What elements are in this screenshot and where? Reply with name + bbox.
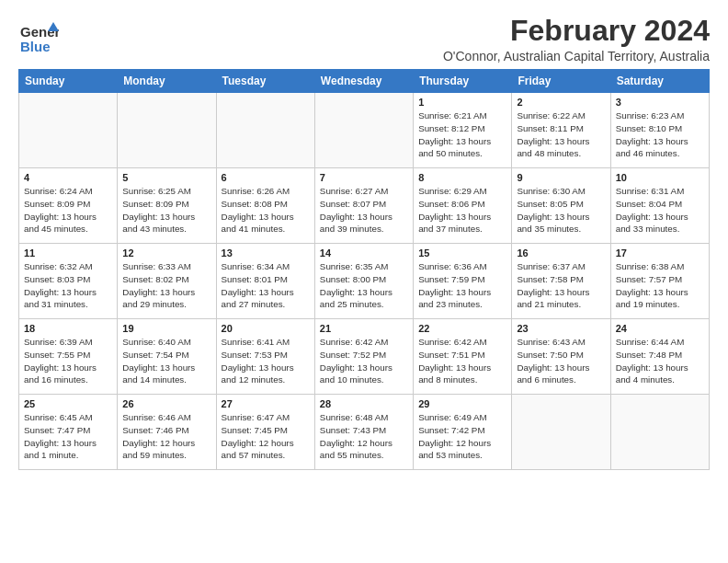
day-info: Sunrise: 6:46 AM Sunset: 7:46 PM Dayligh… (122, 411, 210, 462)
day-cell: 12Sunrise: 6:33 AM Sunset: 8:02 PM Dayli… (118, 244, 216, 319)
day-cell: 21Sunrise: 6:42 AM Sunset: 7:52 PM Dayli… (314, 319, 413, 395)
day-info: Sunrise: 6:27 AM Sunset: 8:07 PM Dayligh… (320, 185, 408, 236)
day-number: 5 (122, 172, 210, 183)
header: General Blue February 2024 O'Connor, Aus… (18, 15, 710, 63)
day-number: 1 (418, 97, 506, 108)
svg-text:Blue: Blue (20, 39, 51, 54)
day-info: Sunrise: 6:44 AM Sunset: 7:48 PM Dayligh… (616, 336, 704, 386)
col-header-thursday: Thursday (414, 70, 512, 93)
day-info: Sunrise: 6:48 AM Sunset: 7:43 PM Dayligh… (320, 411, 408, 462)
day-number: 3 (616, 97, 704, 108)
day-cell: 9Sunrise: 6:30 AM Sunset: 8:05 PM Daylig… (512, 168, 610, 244)
day-info: Sunrise: 6:23 AM Sunset: 8:10 PM Dayligh… (616, 109, 704, 160)
day-cell (19, 93, 118, 168)
day-cell: 26Sunrise: 6:46 AM Sunset: 7:46 PM Dayli… (118, 395, 216, 470)
day-cell: 17Sunrise: 6:38 AM Sunset: 7:57 PM Dayli… (610, 244, 709, 319)
day-info: Sunrise: 6:24 AM Sunset: 8:09 PM Dayligh… (24, 185, 112, 236)
day-cell: 15Sunrise: 6:36 AM Sunset: 7:59 PM Dayli… (414, 244, 512, 319)
day-number: 4 (24, 172, 112, 183)
day-info: Sunrise: 6:42 AM Sunset: 7:52 PM Dayligh… (320, 336, 408, 386)
day-info: Sunrise: 6:45 AM Sunset: 7:47 PM Dayligh… (24, 411, 112, 462)
week-row-2: 4Sunrise: 6:24 AM Sunset: 8:09 PM Daylig… (19, 168, 710, 244)
day-cell: 18Sunrise: 6:39 AM Sunset: 7:55 PM Dayli… (19, 319, 118, 395)
day-info: Sunrise: 6:22 AM Sunset: 8:11 PM Dayligh… (517, 109, 605, 160)
day-number: 29 (418, 398, 506, 409)
day-cell: 16Sunrise: 6:37 AM Sunset: 7:58 PM Dayli… (512, 244, 610, 319)
day-number: 26 (122, 398, 210, 409)
day-info: Sunrise: 6:40 AM Sunset: 7:54 PM Dayligh… (122, 336, 210, 386)
col-header-friday: Friday (512, 70, 610, 93)
day-number: 15 (418, 247, 506, 259)
day-number: 9 (517, 172, 605, 183)
col-header-wednesday: Wednesday (314, 70, 413, 93)
day-cell (216, 93, 314, 168)
logo: General Blue (18, 18, 59, 63)
day-number: 16 (517, 247, 605, 259)
day-number: 22 (418, 323, 506, 334)
day-number: 10 (616, 172, 704, 183)
subtitle: O'Connor, Australian Capital Territory, … (443, 49, 710, 63)
day-info: Sunrise: 6:34 AM Sunset: 8:01 PM Dayligh… (222, 260, 310, 311)
logo-icon: General Blue (18, 18, 59, 59)
col-header-monday: Monday (118, 70, 216, 93)
day-cell: 23Sunrise: 6:43 AM Sunset: 7:50 PM Dayli… (512, 319, 610, 395)
day-cell: 10Sunrise: 6:31 AM Sunset: 8:04 PM Dayli… (610, 168, 709, 244)
day-info: Sunrise: 6:25 AM Sunset: 8:09 PM Dayligh… (122, 185, 210, 236)
day-cell: 7Sunrise: 6:27 AM Sunset: 8:07 PM Daylig… (314, 168, 413, 244)
day-number: 14 (320, 247, 408, 259)
day-info: Sunrise: 6:30 AM Sunset: 8:05 PM Dayligh… (517, 185, 605, 236)
week-row-5: 25Sunrise: 6:45 AM Sunset: 7:47 PM Dayli… (19, 395, 710, 470)
day-number: 13 (222, 247, 310, 259)
day-cell: 2Sunrise: 6:22 AM Sunset: 8:11 PM Daylig… (512, 93, 610, 168)
day-info: Sunrise: 6:41 AM Sunset: 7:53 PM Dayligh… (222, 336, 310, 386)
day-info: Sunrise: 6:38 AM Sunset: 7:57 PM Dayligh… (616, 260, 704, 311)
col-header-sunday: Sunday (19, 70, 118, 93)
day-cell: 1Sunrise: 6:21 AM Sunset: 8:12 PM Daylig… (414, 93, 512, 168)
day-number: 24 (616, 323, 704, 334)
day-number: 28 (320, 398, 408, 409)
day-number: 21 (320, 323, 408, 334)
day-cell: 6Sunrise: 6:26 AM Sunset: 8:08 PM Daylig… (216, 168, 314, 244)
col-header-tuesday: Tuesday (216, 70, 314, 93)
day-cell: 20Sunrise: 6:41 AM Sunset: 7:53 PM Dayli… (216, 319, 314, 395)
day-info: Sunrise: 6:42 AM Sunset: 7:51 PM Dayligh… (418, 336, 506, 386)
day-info: Sunrise: 6:43 AM Sunset: 7:50 PM Dayligh… (517, 336, 605, 386)
day-cell: 13Sunrise: 6:34 AM Sunset: 8:01 PM Dayli… (216, 244, 314, 319)
col-header-saturday: Saturday (610, 70, 709, 93)
day-number: 6 (222, 172, 310, 183)
day-info: Sunrise: 6:29 AM Sunset: 8:06 PM Dayligh… (418, 185, 506, 236)
day-number: 2 (517, 97, 605, 108)
day-number: 18 (24, 323, 112, 334)
day-cell: 8Sunrise: 6:29 AM Sunset: 8:06 PM Daylig… (414, 168, 512, 244)
day-cell: 19Sunrise: 6:40 AM Sunset: 7:54 PM Dayli… (118, 319, 216, 395)
day-cell (610, 395, 709, 470)
week-row-1: 1Sunrise: 6:21 AM Sunset: 8:12 PM Daylig… (19, 93, 710, 168)
day-number: 23 (517, 323, 605, 334)
day-info: Sunrise: 6:39 AM Sunset: 7:55 PM Dayligh… (24, 336, 112, 386)
day-cell (118, 93, 216, 168)
day-cell: 25Sunrise: 6:45 AM Sunset: 7:47 PM Dayli… (19, 395, 118, 470)
day-cell: 3Sunrise: 6:23 AM Sunset: 8:10 PM Daylig… (610, 93, 709, 168)
calendar-table: SundayMondayTuesdayWednesdayThursdayFrid… (18, 69, 710, 470)
title-block: February 2024 O'Connor, Australian Capit… (443, 15, 710, 63)
day-cell: 24Sunrise: 6:44 AM Sunset: 7:48 PM Dayli… (610, 319, 709, 395)
day-number: 25 (24, 398, 112, 409)
day-info: Sunrise: 6:35 AM Sunset: 8:00 PM Dayligh… (320, 260, 408, 311)
day-info: Sunrise: 6:33 AM Sunset: 8:02 PM Dayligh… (122, 260, 210, 311)
day-info: Sunrise: 6:37 AM Sunset: 7:58 PM Dayligh… (517, 260, 605, 311)
page: General Blue February 2024 O'Connor, Aus… (0, 0, 728, 563)
day-number: 11 (24, 247, 112, 259)
day-cell: 5Sunrise: 6:25 AM Sunset: 8:09 PM Daylig… (118, 168, 216, 244)
day-cell: 29Sunrise: 6:49 AM Sunset: 7:42 PM Dayli… (414, 395, 512, 470)
day-info: Sunrise: 6:32 AM Sunset: 8:03 PM Dayligh… (24, 260, 112, 311)
week-row-4: 18Sunrise: 6:39 AM Sunset: 7:55 PM Dayli… (19, 319, 710, 395)
day-number: 27 (222, 398, 310, 409)
day-info: Sunrise: 6:47 AM Sunset: 7:45 PM Dayligh… (222, 411, 310, 462)
day-number: 19 (122, 323, 210, 334)
week-row-3: 11Sunrise: 6:32 AM Sunset: 8:03 PM Dayli… (19, 244, 710, 319)
day-number: 7 (320, 172, 408, 183)
month-title: February 2024 (443, 15, 710, 47)
day-number: 12 (122, 247, 210, 259)
day-number: 8 (418, 172, 506, 183)
day-info: Sunrise: 6:36 AM Sunset: 7:59 PM Dayligh… (418, 260, 506, 311)
